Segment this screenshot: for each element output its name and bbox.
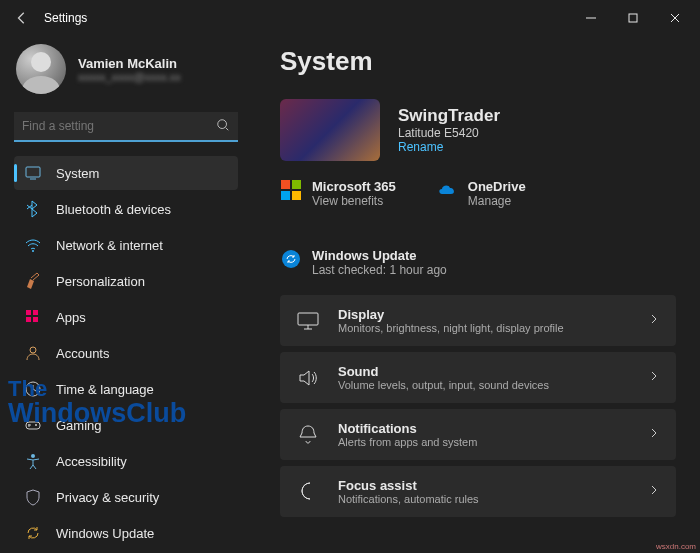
bell-icon (296, 423, 320, 447)
sidebar-item-label: Time & language (56, 382, 154, 397)
svg-rect-15 (292, 180, 301, 189)
card-display[interactable]: DisplayMonitors, brightness, night light… (280, 295, 676, 346)
display-icon (296, 309, 320, 333)
card-sub: Monitors, brightness, night light, displ… (338, 322, 648, 334)
update-circle-icon (280, 248, 302, 270)
close-button[interactable] (654, 0, 696, 36)
svg-point-12 (35, 424, 37, 426)
device-name: SwingTrader (398, 106, 500, 126)
nav-list: SystemBluetooth & devicesNetwork & inter… (14, 156, 238, 550)
card-sub: Alerts from apps and system (338, 436, 648, 448)
bluetooth-icon (24, 200, 42, 218)
sidebar-item-gaming[interactable]: Gaming (14, 408, 238, 442)
user-email: xxxxx_xxxx@xxxx.xx (78, 71, 181, 83)
card-focus-assist[interactable]: Focus assistNotifications, automatic rul… (280, 466, 676, 517)
service-sub: Manage (468, 194, 526, 208)
card-notifications[interactable]: NotificationsAlerts from apps and system (280, 409, 676, 460)
service-title: OneDrive (468, 179, 526, 194)
card-sound[interactable]: SoundVolume levels, output, input, sound… (280, 352, 676, 403)
sidebar-item-privacy-security[interactable]: Privacy & security (14, 480, 238, 514)
svg-point-13 (31, 454, 35, 458)
card-title: Notifications (338, 421, 648, 436)
avatar (16, 44, 66, 94)
svg-rect-6 (33, 310, 38, 315)
chevron-right-icon (648, 427, 660, 442)
window-title: Settings (44, 11, 570, 25)
rename-link[interactable]: Rename (398, 140, 500, 154)
svg-rect-8 (33, 317, 38, 322)
svg-rect-19 (298, 313, 318, 325)
sidebar-item-bluetooth-devices[interactable]: Bluetooth & devices (14, 192, 238, 226)
device-row: SwingTrader Latitude E5420 Rename (280, 99, 676, 161)
m365-icon (280, 179, 302, 201)
sidebar-item-label: Network & internet (56, 238, 163, 253)
svg-point-1 (31, 52, 51, 72)
update-icon (24, 524, 42, 542)
svg-point-4 (32, 250, 34, 252)
sidebar-item-accounts[interactable]: Accounts (14, 336, 238, 370)
search-input[interactable] (22, 119, 216, 133)
sidebar-item-label: Windows Update (56, 526, 154, 541)
chevron-right-icon (648, 313, 660, 328)
sidebar-item-label: Accounts (56, 346, 109, 361)
svg-point-9 (30, 347, 36, 353)
device-model: Latitude E5420 (398, 126, 500, 140)
card-title: Focus assist (338, 478, 648, 493)
svg-rect-3 (26, 167, 40, 177)
main-content: System SwingTrader Latitude E5420 Rename… (250, 36, 700, 553)
sidebar-item-label: Apps (56, 310, 86, 325)
sidebar: Vamien McKalin xxxxx_xxxx@xxxx.xx System… (0, 36, 250, 553)
service-sub: View benefits (312, 194, 396, 208)
card-title: Sound (338, 364, 648, 379)
titlebar: Settings (0, 0, 700, 36)
chevron-right-icon (648, 484, 660, 499)
search-icon (216, 118, 230, 135)
moon-icon (296, 480, 320, 504)
corner-watermark: wsxdn.com (656, 542, 696, 551)
card-title: Display (338, 307, 648, 322)
sidebar-item-accessibility[interactable]: Accessibility (14, 444, 238, 478)
back-button[interactable] (12, 8, 32, 28)
service-microsoft-[interactable]: Microsoft 365View benefits (280, 179, 396, 208)
svg-rect-17 (292, 191, 301, 200)
shield-icon (24, 488, 42, 506)
svg-rect-7 (26, 317, 31, 322)
apps-icon (24, 308, 42, 326)
service-onedrive[interactable]: OneDriveManage (436, 179, 526, 208)
card-sub: Notifications, automatic rules (338, 493, 648, 505)
search-input-wrap[interactable] (14, 112, 238, 142)
maximize-button[interactable] (612, 0, 654, 36)
sidebar-item-label: Privacy & security (56, 490, 159, 505)
svg-rect-14 (281, 180, 290, 189)
svg-point-18 (282, 250, 300, 268)
sound-icon (296, 366, 320, 390)
sidebar-item-network-internet[interactable]: Network & internet (14, 228, 238, 262)
svg-rect-5 (26, 310, 31, 315)
svg-rect-16 (281, 191, 290, 200)
sidebar-item-label: Accessibility (56, 454, 127, 469)
service-title: Windows Update (312, 248, 447, 263)
minimize-button[interactable] (570, 0, 612, 36)
sidebar-item-label: System (56, 166, 99, 181)
service-title: Microsoft 365 (312, 179, 396, 194)
service-row: Microsoft 365View benefitsOneDriveManage… (280, 179, 676, 277)
settings-cards: DisplayMonitors, brightness, night light… (280, 295, 676, 517)
user-name: Vamien McKalin (78, 56, 181, 71)
onedrive-icon (436, 179, 458, 201)
brush-icon (24, 272, 42, 290)
sidebar-item-time-language[interactable]: Time & language (14, 372, 238, 406)
sidebar-item-windows-update[interactable]: Windows Update (14, 516, 238, 550)
game-icon (24, 416, 42, 434)
svg-rect-0 (629, 14, 637, 22)
system-icon (24, 164, 42, 182)
user-block[interactable]: Vamien McKalin xxxxx_xxxx@xxxx.xx (14, 44, 238, 94)
sidebar-item-system[interactable]: System (14, 156, 238, 190)
sidebar-item-label: Bluetooth & devices (56, 202, 171, 217)
sidebar-item-personalization[interactable]: Personalization (14, 264, 238, 298)
sidebar-item-apps[interactable]: Apps (14, 300, 238, 334)
chevron-right-icon (648, 370, 660, 385)
service-sub: Last checked: 1 hour ago (312, 263, 447, 277)
wifi-icon (24, 236, 42, 254)
service-windows-update[interactable]: Windows UpdateLast checked: 1 hour ago (280, 248, 676, 277)
card-sub: Volume levels, output, input, sound devi… (338, 379, 648, 391)
